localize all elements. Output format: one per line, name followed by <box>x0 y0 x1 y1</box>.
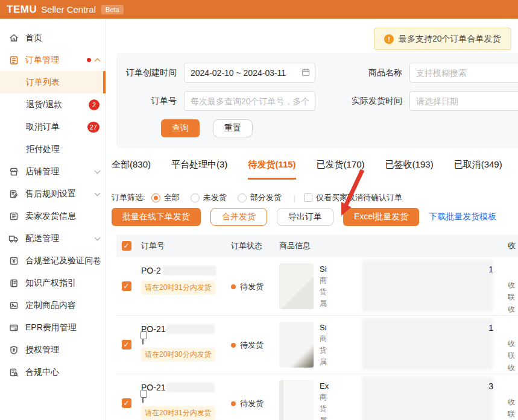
created-time-input[interactable] <box>184 63 315 83</box>
sidebar-item-ip-guide[interactable]: 知识产权指引 <box>0 272 106 294</box>
radio-selected-icon <box>151 193 160 202</box>
sidebar-item-label: 订单列表 <box>26 77 60 88</box>
count-badge: 2 <box>89 99 99 110</box>
compliance-registration-icon <box>8 255 19 266</box>
aftersale-rules-icon <box>8 189 19 199</box>
buyer-cancel-checkbox[interactable]: 仅看买家取消待确认订单 <box>304 192 402 203</box>
sidebar-item-label: 取消订单 <box>26 122 60 133</box>
sidebar-item-home[interactable]: 首页 <box>0 27 106 49</box>
sidebar-item-custom-product[interactable]: 定制商品内容 <box>0 294 106 316</box>
redacted-area <box>362 377 493 420</box>
order-status: 待发货 <box>231 340 271 351</box>
ship-deadline-tag: 请在20时31分内发货 <box>141 281 215 295</box>
export-orders-button[interactable]: 导出订单 <box>277 208 333 226</box>
radio-icon <box>238 193 247 202</box>
tab-cancelled[interactable]: 已取消(349) <box>454 159 502 180</box>
sidebar-item-label: 授权管理 <box>25 345 59 356</box>
sidebar-item-label: 定制商品内容 <box>25 300 76 311</box>
order-status: 待发货 <box>231 398 271 409</box>
tab-signed[interactable]: 已签收(193) <box>385 159 434 180</box>
notification-dot <box>87 58 91 62</box>
toast-text: 最多支持20个订单合单发货 <box>399 34 501 45</box>
row-checkbox[interactable]: ✓ <box>122 398 131 408</box>
authorization-icon <box>8 345 19 355</box>
quantity: 3 <box>488 381 493 391</box>
app-title: Seller Central <box>41 4 96 14</box>
truck-icon <box>8 233 19 243</box>
tab-platform-processing[interactable]: 平台处理中(3) <box>171 159 227 180</box>
beta-badge: Beta <box>101 5 124 14</box>
col-status: 订单状态 <box>231 240 262 251</box>
order-no-label: 订单号 <box>116 96 184 107</box>
copy-icon[interactable] <box>142 392 144 403</box>
chevron-up-icon <box>95 58 101 64</box>
product-image <box>279 322 314 368</box>
table-row: ✓ PO-2 请在20时31分内发货 待发货 Si 商 货 属 1 收 联 <box>116 257 518 316</box>
radio-all[interactable]: 全部 <box>151 192 180 203</box>
ship-time-input[interactable] <box>409 91 518 111</box>
count-badge: 27 <box>87 122 99 133</box>
download-template-link[interactable]: 下载批量发货模板 <box>429 212 496 222</box>
batch-online-ship-button[interactable]: 批量在线下单发货 <box>112 208 201 226</box>
reset-button[interactable]: 重置 <box>213 119 253 137</box>
home-icon <box>8 33 19 43</box>
quantity: 1 <box>488 265 493 274</box>
copy-icon[interactable] <box>142 333 144 345</box>
temu-logo: TEMU <box>7 4 37 16</box>
tab-pending-shipment[interactable]: 待发货(115) <box>248 159 295 180</box>
ship-deadline-tag: 请在20时30分内发货 <box>141 348 215 362</box>
main-content: ! 最多支持20个订单合单发货 订单创建时间 商品名称 订单号 实际发货时间 查… <box>107 19 518 420</box>
ship-deadline-tag: 请在20时31分内发货 <box>141 406 215 420</box>
order-management-icon <box>8 55 19 65</box>
sidebar-item-aftersale-rules[interactable]: 售后规则设置 <box>0 183 106 205</box>
sidebar-item-label: 首页 <box>25 33 42 43</box>
product-image <box>279 380 314 420</box>
sidebar-item-returns-refunds[interactable]: 退货/退款 2 <box>0 93 106 116</box>
sidebar-item-label: 知识产权指引 <box>25 278 76 289</box>
col-recipient: 收 <box>508 240 516 251</box>
sidebar-item-cancelled-orders[interactable]: 取消订单 27 <box>0 116 106 138</box>
sidebar-item-epr-fee[interactable]: EPR费用管理 <box>0 316 106 339</box>
sidebar-item-label: 合规中心 <box>25 367 59 378</box>
compliance-center-icon <box>8 367 19 377</box>
radio-partial-shipped[interactable]: 部分发货 <box>238 192 282 203</box>
orders-table: ✓ 订单号 订单状态 商品信息 收 ✓ PO-2 请在20时31分内发货 待发货… <box>116 234 518 420</box>
order-no-input[interactable] <box>184 91 315 111</box>
status-dot-icon <box>231 343 236 348</box>
sidebar-item-compliance-center[interactable]: 合规中心 <box>0 361 106 383</box>
sidebar-item-delivery-management[interactable]: 配送管理 <box>0 227 106 249</box>
chevron-down-icon <box>95 190 101 196</box>
order-number: PO-2 <box>141 266 161 275</box>
sidebar-item-order-management[interactable]: 订单管理 <box>0 49 106 71</box>
redacted-area <box>362 260 493 312</box>
row-checkbox[interactable]: ✓ <box>122 340 131 349</box>
checkbox-icon <box>304 193 312 202</box>
order-status: 待发货 <box>231 281 271 292</box>
select-all-checkbox[interactable]: ✓ <box>122 241 131 251</box>
col-product: 商品信息 <box>279 240 311 251</box>
sidebar-item-compliance-registration[interactable]: 合规登记及验证问卷 <box>0 249 106 272</box>
sidebar-item-shop-management[interactable]: 店铺管理 <box>0 160 106 183</box>
calendar-icon[interactable] <box>302 68 310 79</box>
tab-all[interactable]: 全部(830) <box>112 159 151 180</box>
sidebar-item-authorization[interactable]: 授权管理 <box>0 339 106 361</box>
merge-ship-button[interactable]: 合并发货 <box>210 208 267 226</box>
status-dot-icon <box>231 284 236 289</box>
sidebar-item-label: 拒付处理 <box>26 144 60 155</box>
table-row: ✓ PO-21 请在20时31分内发货 待发货 Ex 商 货 属 3 收 <box>116 374 518 420</box>
sidebar-item-seller-shipping-info[interactable]: 卖家发货信息 <box>0 205 106 227</box>
sidebar-item-chargeback[interactable]: 拒付处理 <box>0 138 106 160</box>
search-button[interactable]: 查询 <box>161 119 200 137</box>
excel-batch-ship-button[interactable]: Excel批量发货 <box>343 208 419 226</box>
sidebar-item-order-list[interactable]: 订单列表 <box>0 71 106 93</box>
sidebar-item-label: 店铺管理 <box>25 166 59 177</box>
redacted-area <box>362 318 493 370</box>
sidebar-item-label: 售后规则设置 <box>25 189 76 199</box>
order-filter-row: 订单筛选: 全部 未发货 部分发货 | 仅看买家取消待确认订单 <box>112 192 402 203</box>
tab-shipped[interactable]: 已发货(170) <box>317 159 365 180</box>
product-name-label: 商品名称 <box>344 67 409 78</box>
ip-guide-icon <box>8 278 19 288</box>
row-checkbox[interactable]: ✓ <box>122 281 131 291</box>
product-name-input[interactable] <box>409 63 518 83</box>
radio-not-shipped[interactable]: 未发货 <box>191 192 227 203</box>
